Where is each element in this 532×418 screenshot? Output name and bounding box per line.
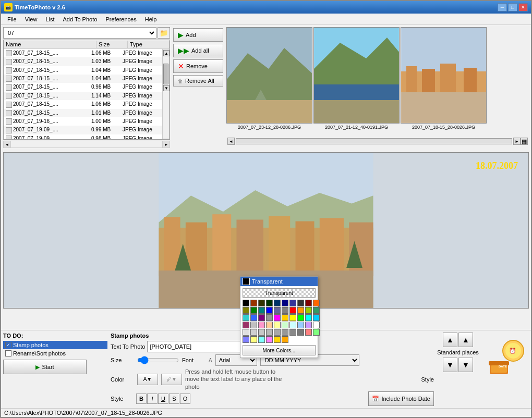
color-swatch[interactable] — [266, 307, 273, 314]
size-slider[interactable] — [137, 356, 179, 364]
remove-button[interactable]: ✕ Remove — [173, 59, 223, 73]
italic-button[interactable]: I — [147, 394, 158, 404]
color-swatch[interactable] — [305, 314, 312, 321]
start-button[interactable]: ▶ Start — [3, 360, 87, 374]
color-swatch[interactable] — [305, 329, 312, 336]
color-swatch[interactable] — [305, 322, 312, 328]
scrollbar-down-btn[interactable]: ▼ — [163, 85, 170, 91]
outline-button[interactable]: O — [180, 394, 190, 404]
scrollbar-thumb[interactable] — [163, 64, 168, 84]
rename-checkbox[interactable] — [5, 350, 11, 356]
color-swatch[interactable] — [266, 336, 273, 343]
color-swatch[interactable] — [297, 314, 304, 321]
more-colors-button[interactable]: More Colors... — [243, 345, 316, 355]
file-row[interactable]: 2007_07_18-15_....1.14 MBJPEG Image — [4, 92, 162, 100]
minimize-button[interactable]: ─ — [498, 3, 507, 11]
thumb-scroll-track[interactable] — [236, 138, 512, 144]
browse-button[interactable]: 📁 — [158, 27, 170, 39]
color-swatch[interactable] — [250, 329, 257, 336]
color-swatch[interactable] — [243, 329, 249, 336]
color-swatch[interactable] — [289, 314, 296, 321]
file-row[interactable]: 2007_07_18-15_....1.01 MBJPEG Image — [4, 109, 162, 117]
maximize-button[interactable]: □ — [508, 3, 517, 11]
todo-item-stamp[interactable]: ✓ Stamp photos — [3, 341, 107, 349]
color-swatch[interactable] — [250, 300, 257, 306]
file-list-scrollbar[interactable]: ▲ ▼ — [162, 49, 170, 139]
color-swatch[interactable] — [289, 322, 296, 328]
todo-item-rename[interactable]: Rename\Sort photos — [3, 349, 107, 358]
color-swatch[interactable] — [297, 300, 304, 306]
color-swatch[interactable] — [297, 329, 304, 336]
file-list-body[interactable]: 2007_07_18-15_....1.06 MBJPEG Image2007_… — [4, 49, 162, 139]
file-row[interactable]: 2007_07_18-15_....1.03 MBJPEG Image — [4, 57, 162, 66]
color-swatch[interactable] — [305, 300, 312, 306]
color-swatch[interactable] — [289, 307, 296, 314]
color-swatch[interactable] — [282, 300, 288, 306]
color-swatch[interactable] — [250, 314, 257, 321]
stamp-checkbox[interactable]: ✓ — [5, 342, 11, 348]
color-swatch[interactable] — [274, 322, 281, 328]
color-swatch[interactable] — [266, 329, 273, 336]
color-swatch[interactable] — [258, 307, 265, 314]
bg-color-button[interactable]: 🖊▼ — [161, 374, 182, 385]
color-swatch[interactable] — [274, 329, 281, 336]
color-swatch[interactable] — [258, 300, 265, 306]
place-top-left-btn[interactable]: ▲ — [443, 333, 457, 347]
color-swatch[interactable] — [274, 307, 281, 314]
close-button[interactable]: ✕ — [518, 3, 528, 11]
place-bottom-right-btn[interactable]: ▼ — [458, 358, 473, 372]
color-swatch[interactable] — [243, 314, 249, 321]
file-row[interactable]: 2007_07_18-15_....1.04 MBJPEG Image — [4, 75, 162, 83]
color-swatch[interactable] — [305, 307, 312, 314]
color-swatch[interactable] — [313, 314, 320, 321]
color-swatch[interactable] — [274, 336, 281, 343]
file-row[interactable]: 2007_07_18-15_....1.06 MBJPEG Image — [4, 100, 162, 108]
color-swatch[interactable] — [297, 322, 304, 328]
color-swatch[interactable] — [250, 322, 257, 328]
color-swatch[interactable] — [282, 322, 288, 328]
menu-preferences[interactable]: Preferences — [101, 15, 140, 23]
menu-view[interactable]: View — [21, 15, 42, 23]
color-swatch[interactable] — [282, 336, 288, 343]
bold-button[interactable]: B — [136, 394, 147, 404]
color-swatch[interactable] — [250, 336, 257, 343]
color-swatch[interactable] — [250, 307, 257, 314]
color-swatch[interactable] — [313, 322, 320, 328]
add-button[interactable]: ▶ Add — [173, 28, 223, 42]
color-swatch[interactable] — [289, 300, 296, 306]
place-bottom-left-btn[interactable]: ▼ — [443, 358, 457, 372]
color-swatch[interactable] — [258, 322, 265, 328]
file-row[interactable]: 2007_07_18-15_....0.98 MBJPEG Image — [4, 83, 162, 91]
hscroll-right-btn[interactable]: ► — [162, 141, 170, 147]
thumbnail-2[interactable]: 2007_07_18-15_28-0026.JPG — [401, 27, 487, 137]
underline-button[interactable]: U — [158, 394, 168, 404]
thumbnail-0[interactable]: 2007_07_23-12_28-0286.JPG — [226, 27, 312, 137]
color-swatch[interactable] — [258, 329, 265, 336]
file-row[interactable]: 2007_07_18-15_....1.06 MBJPEG Image — [4, 49, 162, 57]
path-combo[interactable]: 07 — [3, 27, 156, 39]
scrollbar-up-btn[interactable]: ▲ — [163, 50, 170, 56]
file-row[interactable]: 2007_07_19-16_....1.00 MBJPEG Image — [4, 117, 162, 126]
thumbnail-1[interactable]: 2007_07_21-12_40-0191.JPG — [313, 27, 400, 137]
color-swatch[interactable] — [274, 314, 281, 321]
transparent-swatch[interactable]: Transparent — [243, 288, 316, 298]
thumb-img-1[interactable] — [313, 27, 400, 124]
thumb-scroll-right-btn[interactable]: ► — [513, 138, 521, 145]
thumb-scroll-btn2[interactable]: ▦ — [521, 138, 528, 145]
color-swatch[interactable] — [274, 300, 281, 306]
menu-help[interactable]: Help — [141, 15, 161, 23]
remove-all-button[interactable]: 🗑 Remove All — [173, 75, 223, 87]
file-row[interactable]: 2007_07_19-09_....0.99 MBJPEG Image — [4, 126, 162, 134]
color-swatch[interactable] — [313, 300, 320, 306]
text-to-photo-input[interactable] — [147, 341, 251, 352]
strikethrough-button[interactable]: S — [169, 394, 179, 404]
hscroll-left-btn[interactable]: ◄ — [4, 141, 11, 147]
text-color-button[interactable]: A▼ — [137, 374, 158, 385]
place-top-right-btn[interactable]: ▲ — [458, 333, 473, 347]
color-swatch[interactable] — [243, 336, 249, 343]
color-swatch[interactable] — [243, 300, 249, 306]
color-swatch[interactable] — [313, 329, 320, 336]
color-swatch[interactable] — [282, 307, 288, 314]
add-all-button[interactable]: ▶▶ Add all — [173, 44, 223, 57]
color-swatch[interactable] — [297, 307, 304, 314]
